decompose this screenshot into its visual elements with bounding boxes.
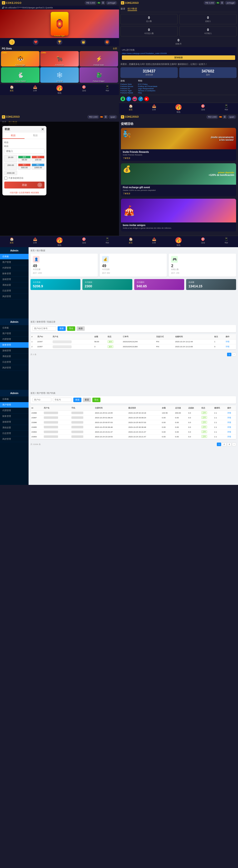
stats-nav-activity[interactable]: 🎯 活动 — [201, 104, 205, 113]
t1-sidebar-finance[interactable]: 财务管理 — [0, 342, 29, 348]
u-action-1[interactable]: 详情 — [227, 412, 231, 414]
row1-action-link[interactable]: 详情 — [226, 341, 230, 343]
t1-sidebar-games[interactable]: 游戏管理 — [0, 348, 29, 354]
u-r2-action[interactable]: 详情 — [226, 415, 236, 420]
t2-sidebar-risk[interactable]: 风控管理 — [0, 436, 29, 442]
t1-sidebar-users[interactable]: 用户管理 — [0, 331, 29, 337]
link-5[interactable]: Fortune Ox — [121, 88, 133, 90]
trophy-icon[interactable]: 🏆 — [57, 39, 62, 45]
t1-search-btn[interactable]: 搜索 — [58, 326, 66, 331]
t2-search-uid[interactable] — [32, 398, 51, 402]
page-btn-1[interactable]: 1 — [227, 353, 231, 356]
youtube-icon[interactable]: ▶ — [144, 96, 149, 101]
sidebar-item-finance[interactable]: 财务管理 — [0, 271, 29, 277]
t1-sidebar-logs[interactable]: 日志管理 — [0, 360, 29, 365]
promo-nav-share[interactable]: 📤 分享 — [152, 237, 156, 246]
sidebar-item-risk[interactable]: 风控管理 — [0, 294, 29, 300]
promo-nav-activity[interactable]: 🎯 活动 — [201, 237, 205, 246]
amount-btn-6[interactable]: 2000.00 — [4, 170, 17, 175]
t1-sidebar-settings[interactable]: 系统设置 — [0, 354, 29, 360]
u-r3-action[interactable]: 详情 — [226, 420, 236, 425]
promo-nav-wallet[interactable]: 💰 钱包 — [176, 237, 182, 246]
stats-menu-icon[interactable]: ☰ — [220, 1, 224, 4]
t1-sidebar-dashboard[interactable]: 仪表板 — [0, 325, 29, 331]
u-action-2[interactable]: 详情 — [227, 417, 231, 419]
u-r6-action[interactable]: 详情 — [226, 434, 236, 439]
stats-nav-share[interactable]: 📤 分享 — [152, 104, 156, 113]
t1-refresh-btn[interactable]: 刷新 — [77, 326, 85, 331]
crown-icon[interactable]: 👑 — [80, 39, 86, 45]
facebook-icon[interactable]: f — [126, 96, 131, 101]
link-6[interactable]: Jogo Responsável — [138, 88, 157, 90]
sidebar-item-games[interactable]: 游戏管理 — [0, 277, 29, 282]
nav-share[interactable]: 📤 分享 — [33, 85, 37, 94]
promo-more-0[interactable]: 了解更多 — [123, 157, 234, 159]
t2-reset-btn[interactable]: 重置 — [83, 398, 91, 402]
t1-export-btn[interactable]: 导出 — [67, 326, 75, 331]
deposit-submit-btn[interactable]: 存款 → — [4, 182, 45, 188]
u-action-5[interactable]: 详情 — [227, 431, 231, 433]
u-r5-action[interactable]: 详情 — [226, 430, 236, 434]
lang-badge[interactable]: portugal — [106, 1, 117, 5]
nav-wallet[interactable]: 💰 钱包 — [56, 85, 62, 94]
sidebar-item-logs[interactable]: 日志管理 — [0, 288, 29, 294]
copy-btn[interactable]: 复制链接 — [122, 55, 235, 60]
dep-nav-share[interactable]: 📤 分享 — [33, 237, 37, 246]
pg-slots-more[interactable]: 全部 — [113, 47, 117, 50]
amount-btn-2[interactable]: 热门 100.00 — [32, 155, 45, 162]
modal-close-btn[interactable]: ✕ — [41, 127, 44, 131]
nav-home[interactable]: 🏠 首页 — [10, 85, 14, 94]
stats-nav-app[interactable]: 📱 App — [224, 104, 228, 113]
telegram-icon[interactable]: ✈️ — [138, 96, 143, 101]
t2-page-btn-3[interactable]: 3 — [227, 442, 231, 446]
amount-btn-4[interactable]: 热门 500.00 — [18, 163, 31, 170]
link-4[interactable]: Política de Privacidade — [138, 85, 157, 88]
game-thumb-1[interactable]: 1,000x 🐂 Fortune Ox — [40, 51, 79, 67]
sidebar-item-dashboard[interactable]: 仪表板 — [0, 254, 29, 259]
t1-search-input[interactable] — [32, 326, 56, 331]
promo-nav-home[interactable]: 🏠 首页 — [129, 237, 133, 246]
link-7[interactable]: Fortune Tiger — [121, 90, 133, 92]
amount-btn-0[interactable]: 20.00 — [4, 155, 17, 162]
game-thumb-4[interactable]: ❄️ Ice Scat — [40, 67, 79, 83]
t2-export-btn[interactable]: 导出 — [92, 398, 101, 402]
modal-tab-withdraw[interactable]: 取款 — [25, 133, 47, 139]
link-2[interactable]: KYC Policy — [138, 83, 157, 85]
t2-search-phone[interactable] — [53, 398, 72, 402]
footer-link[interactable]: 点击获求解助 — [19, 192, 30, 194]
game-thumb-0[interactable]: 1,000x 🐯 Fortune Tiger — [1, 51, 39, 67]
nav-activity[interactable]: 🎯 活动 — [82, 85, 86, 94]
dep-nav-activity[interactable]: 🎯 活动 — [82, 237, 86, 246]
promo-more-1[interactable]: 了解更多 — [123, 192, 234, 195]
t2-search-btn[interactable]: 搜索 — [73, 398, 81, 402]
game-thumb-2[interactable]: ⚡ Fortune Gods — [79, 51, 118, 67]
deposit-input[interactable] — [4, 149, 45, 154]
t2-sidebar-agents[interactable]: 代理管理 — [0, 408, 29, 413]
modal-tab-deposit[interactable]: 欧款 — [2, 133, 25, 139]
amount-btn-3[interactable]: 200.00 — [4, 163, 17, 170]
row2-action[interactable]: 详情 — [225, 344, 236, 349]
u-action-6[interactable]: 详情 — [227, 436, 231, 438]
tab-stats[interactable]: 统计数据 — [128, 7, 137, 11]
like-icon[interactable]: 👍 — [9, 39, 15, 45]
link-8[interactable]: Termos e Condições — [138, 90, 157, 92]
amount-btn-5[interactable]: 赠金 1000.00 — [32, 163, 45, 170]
link-1[interactable]: Fortune Slots — [121, 83, 133, 85]
sidebar-item-users[interactable]: 用户管理 — [0, 259, 29, 265]
sidebar-item-agents[interactable]: 代理管理 — [0, 265, 29, 271]
t1-sidebar-risk[interactable]: 风控管理 — [0, 365, 29, 371]
whatsapp-icon[interactable]: 📱 — [121, 96, 125, 101]
t2-sidebar-dashboard[interactable]: 仪表板 — [0, 397, 29, 402]
t1-sidebar-agents[interactable]: 代理管理 — [0, 337, 29, 342]
link-9[interactable]: Fortune Rabbit — [121, 92, 133, 94]
game-thumb-3[interactable]: 🐇 Fortune Rabbit — [1, 67, 39, 83]
t2-sidebar-logs[interactable]: 日志管理 — [0, 431, 29, 436]
u-r4-action[interactable]: 详情 — [226, 425, 236, 430]
t2-page-btn-next[interactable]: › — [232, 442, 236, 446]
u-action-3[interactable]: 详情 — [227, 422, 231, 424]
instagram-icon[interactable]: 📷 — [132, 96, 137, 101]
stats-balance[interactable]: R$ 0,000 — [204, 1, 216, 5]
dep-nav-wallet[interactable]: 💰 钱包 — [56, 237, 62, 246]
dep-nav-home[interactable]: 🏠 首页 — [10, 237, 14, 246]
heart-icon[interactable]: ❤️ — [33, 39, 38, 45]
